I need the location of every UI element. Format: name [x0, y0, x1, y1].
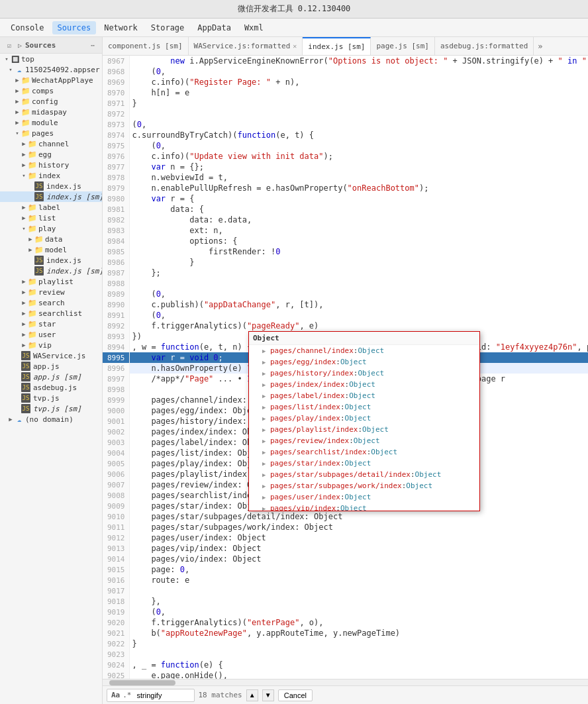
tree-item-play-indexjs[interactable]: ▶ JS index.js	[0, 255, 102, 266]
menu-item-appdata[interactable]: AppData	[192, 21, 236, 34]
ac-arrow-icon: ▶	[262, 393, 268, 399]
tree-item-search[interactable]: ▶ 📁 search	[0, 297, 102, 308]
tree-label-nodomain: (no domain)	[25, 415, 74, 424]
ac-colon: :	[336, 358, 340, 366]
aa-label: Aa	[111, 691, 120, 699]
line-content: var n = {};	[129, 162, 588, 172]
tab-waservice-formatted[interactable]: WAService.js:formatted ✕	[189, 37, 303, 55]
menu-item-network[interactable]: Network	[99, 21, 143, 34]
autocomplete-item[interactable]: ▶pages/review/index: Object	[249, 435, 479, 446]
autocomplete-item[interactable]: ▶pages/history/index: Object	[249, 368, 479, 379]
search-prev-button[interactable]: ▲	[246, 689, 258, 701]
menu-item-console[interactable]: Console	[5, 21, 50, 34]
tree-item-star[interactable]: ▶ 📁 star	[0, 319, 102, 329]
tree-item-tvpjs-sm[interactable]: ▶ JS tvp.js [sm]	[0, 403, 102, 414]
line-number: 9022	[103, 638, 129, 649]
tree-item-egg[interactable]: ▶ 📁 egg	[0, 149, 102, 160]
tree-item-waservice[interactable]: ▶ JS WAService.js	[0, 350, 102, 361]
tab-component-js[interactable]: component.js [sm]	[103, 37, 189, 55]
tree-item-midaspay[interactable]: ▶ 📁 midaspay	[0, 107, 102, 117]
autocomplete-item[interactable]: ▶pages/index/index: Object	[249, 379, 479, 390]
tab-index-js-sm[interactable]: index.js [sm]	[303, 37, 371, 55]
tree-item-appjs[interactable]: ▶ JS app.js	[0, 361, 102, 372]
autocomplete-list[interactable]: ▶pages/channel/index: Object▶pages/egg/i…	[249, 345, 479, 511]
tab-page-js-sm[interactable]: page.js [sm]	[371, 37, 434, 55]
autocomplete-item[interactable]: ▶pages/egg/index: Object	[249, 356, 479, 368]
sidebar-more-icon[interactable]: ⋯	[87, 40, 98, 50]
search-input[interactable]	[137, 691, 190, 699]
tree-item-asdebugjs[interactable]: ▶ JS asdebug.js	[0, 382, 102, 393]
ac-key: pages/label/index	[270, 391, 345, 400]
line-number: 8990	[103, 299, 129, 310]
tabs-overflow-button[interactable]: »	[534, 42, 546, 51]
sidebar: ☑ ▷ Sources ⋯ ▾ 🔲 top ▾ ☁ 1150254092.app…	[0, 37, 103, 704]
tree-item-play-indexjs-sm[interactable]: ▶ JS index.js [sm]	[0, 266, 102, 276]
autocomplete-item[interactable]: ▶pages/star/subpages/detail/index: Objec…	[249, 469, 479, 480]
folder-icon-pages: 📁	[21, 128, 30, 138]
tree-item-play[interactable]: ▾ 📁 play	[0, 223, 102, 234]
scroll-thumb-h[interactable]	[109, 680, 175, 685]
line-number: 9000	[103, 405, 129, 416]
tab-waservice-close-icon[interactable]: ✕	[293, 42, 297, 50]
horizontal-scrollbar[interactable]	[103, 679, 588, 685]
tree-label-index-folder: index	[38, 172, 60, 180]
autocomplete-item[interactable]: ▶pages/star/index: Object	[249, 458, 479, 469]
ac-arrow-icon: ▶	[262, 472, 268, 478]
tree-item-user[interactable]: ▶ 📁 user	[0, 329, 102, 340]
tree-item-appser[interactable]: ▾ ☁ 1150254092.appser	[0, 64, 102, 75]
autocomplete-item[interactable]: ▶pages/channel/index: Object	[249, 345, 479, 356]
ac-value: Object	[415, 470, 442, 479]
line-content: pages/vio/index: Object	[129, 554, 588, 564]
line-content	[129, 109, 588, 119]
tree-item-appjs-sm[interactable]: ▶ JS app.js [sm]	[0, 372, 102, 382]
tree-item-config[interactable]: ▶ 📁 config	[0, 96, 102, 107]
sidebar-checkbox-icon[interactable]: ☑	[4, 40, 15, 50]
tree-item-nodomain[interactable]: ▶ ☁ (no domain)	[0, 414, 102, 425]
sidebar-expand-icon[interactable]: ▷	[15, 40, 25, 50]
tree-item-index-folder[interactable]: ▾ 📁 index	[0, 170, 102, 181]
line-content: },	[129, 596, 588, 607]
tree-item-top[interactable]: ▾ 🔲 top	[0, 54, 102, 64]
autocomplete-item[interactable]: ▶pages/user/index: Object	[249, 491, 479, 503]
tree-item-review[interactable]: ▶ 📁 review	[0, 287, 102, 297]
line-content: e.page.onHide(),	[129, 670, 588, 679]
tree-item-channel[interactable]: ▶ 📁 channel	[0, 138, 102, 149]
tree-arrow-star: ▶	[20, 320, 28, 328]
tree-label-model: model	[45, 246, 67, 254]
tree-item-vip[interactable]: ▶ 📁 vip	[0, 340, 102, 350]
tree-item-history[interactable]: ▶ 📁 history	[0, 160, 102, 170]
tree-item-wechat[interactable]: ▶ 📁 WechatAppPlaye	[0, 75, 102, 85]
line-content: route: e	[129, 575, 588, 585]
tree-item-comps[interactable]: ▶ 📁 comps	[0, 85, 102, 96]
tree-item-index-js-sm[interactable]: ▶ JS index.js [sm]	[0, 191, 102, 202]
menu-item-sources[interactable]: Sources	[52, 21, 97, 34]
autocomplete-item[interactable]: ▶pages/label/index: Object	[249, 390, 479, 401]
autocomplete-item[interactable]: ▶pages/searchlist/index: Object	[249, 446, 479, 458]
line-content: (0,	[129, 289, 588, 299]
tree-item-index-js[interactable]: ▶ JS index.js	[0, 181, 102, 191]
search-next-button[interactable]: ▼	[262, 689, 274, 701]
tree-item-label[interactable]: ▶ 📁 label	[0, 202, 102, 213]
cancel-button[interactable]: Cancel	[278, 689, 313, 701]
tree-item-model[interactable]: ▶ 📁 model	[0, 244, 102, 255]
autocomplete-item[interactable]: ▶pages/star/subpages/work/index: Object	[249, 480, 479, 491]
code-container[interactable]: 8967 new i.AppServiceEngineKnownError("O…	[103, 56, 588, 679]
tree-item-tvpjs[interactable]: ▶ JS tvp.js	[0, 393, 102, 403]
autocomplete-item[interactable]: ▶pages/play/index: Object	[249, 413, 479, 424]
autocomplete-item[interactable]: ▶pages/list/index: Object	[249, 401, 479, 413]
tree-item-pages[interactable]: ▾ 📁 pages	[0, 128, 102, 138]
tree-item-list[interactable]: ▶ 📁 list	[0, 213, 102, 223]
ac-colon: :	[349, 436, 354, 445]
menu-item-wxml[interactable]: Wxml	[239, 21, 269, 34]
menu-item-storage[interactable]: Storage	[146, 21, 190, 34]
tree-item-data[interactable]: ▶ 📁 data	[0, 234, 102, 244]
autocomplete-item[interactable]: ▶pages/playlist/index: Object	[249, 424, 479, 435]
folder-icon-searchlist: 📁	[28, 309, 37, 318]
ac-colon: :	[340, 414, 345, 423]
tree-item-module[interactable]: ▶ 📁 module	[0, 117, 102, 128]
tree-item-searchlist[interactable]: ▶ 📁 searchlist	[0, 308, 102, 319]
tree-item-playlist[interactable]: ▶ 📁 playlist	[0, 276, 102, 287]
tab-asdebug-formatted[interactable]: asdebug.js:formatted	[435, 37, 534, 55]
autocomplete-item[interactable]: ▶pages/vip/index: Object	[249, 503, 479, 511]
ac-value: Object	[345, 459, 371, 468]
